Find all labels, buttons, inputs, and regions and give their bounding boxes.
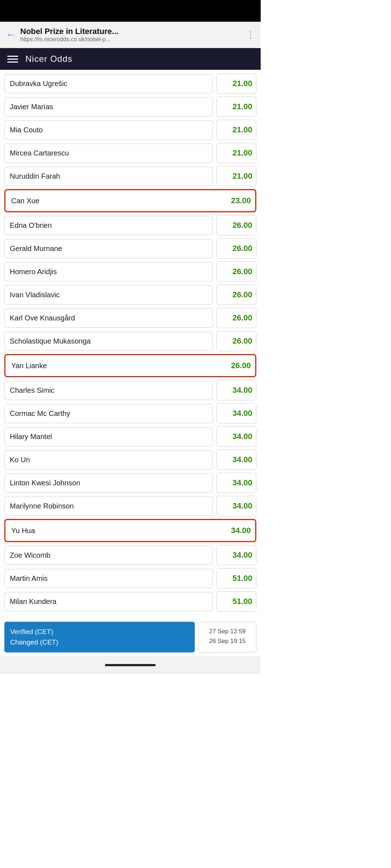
odds-row[interactable]: Javier Marías21.00 xyxy=(4,97,256,117)
odds-name: Zoe Wicomb xyxy=(4,546,213,565)
odds-name: Charles Simic xyxy=(4,381,213,400)
browser-title-block: Nobel Prize in Literature... https://m.n… xyxy=(20,27,242,43)
odds-name: Marilynne Robinson xyxy=(4,497,213,516)
odds-row[interactable]: Marilynne Robinson34.00 xyxy=(4,496,256,516)
odds-row[interactable]: Zoe Wicomb34.00 xyxy=(4,545,256,565)
browser-header: ← Nobel Prize in Literature... https://m… xyxy=(0,22,261,48)
odds-list: Dubravka Ugrešic21.00Javier Marías21.00M… xyxy=(0,70,261,618)
odds-value[interactable]: 23.00 xyxy=(215,191,255,210)
odds-name: Cormac Mc Carthy xyxy=(4,404,213,423)
odds-name: Martin Amis xyxy=(4,569,213,588)
odds-name: Homero Aridjis xyxy=(4,262,213,281)
footer-dates-block: 27 Sep 12:59 26 Sep 19:15 xyxy=(198,622,256,652)
odds-value[interactable]: 21.00 xyxy=(216,73,256,94)
odds-value[interactable]: 34.00 xyxy=(216,545,256,565)
odds-row[interactable]: Charles Simic34.00 xyxy=(4,380,256,400)
odds-value[interactable]: 34.00 xyxy=(216,496,256,516)
odds-name: Karl Ove Knausgård xyxy=(4,309,213,328)
footer-row: Verified (CET) Changed (CET) 27 Sep 12:5… xyxy=(4,622,256,652)
odds-name: Milan Kundera xyxy=(4,592,213,611)
odds-value[interactable]: 34.00 xyxy=(216,403,256,424)
odds-name: Scholastique Mukasonga xyxy=(4,332,213,351)
odds-value[interactable]: 51.00 xyxy=(216,591,256,612)
odds-name: Edna O'brien xyxy=(4,216,213,235)
odds-name: Yu Hua xyxy=(6,522,211,540)
odds-value[interactable]: 21.00 xyxy=(216,97,256,117)
odds-value[interactable]: 34.00 xyxy=(216,380,256,400)
odds-value[interactable]: 26.00 xyxy=(215,356,255,375)
odds-value[interactable]: 21.00 xyxy=(216,120,256,140)
odds-row[interactable]: Yu Hua34.00 xyxy=(4,519,256,542)
odds-row[interactable]: Scholastique Mukasonga26.00 xyxy=(4,331,256,351)
odds-row[interactable]: Hilary Mantel34.00 xyxy=(4,426,256,447)
odds-value[interactable]: 21.00 xyxy=(216,166,256,186)
odds-name: Dubravka Ugrešic xyxy=(4,74,213,93)
home-indicator-bar xyxy=(105,664,156,666)
odds-row[interactable]: Karl Ove Knausgård26.00 xyxy=(4,308,256,328)
footer-verified-block: Verified (CET) Changed (CET) xyxy=(4,622,195,652)
odds-value[interactable]: 26.00 xyxy=(216,215,256,235)
odds-row[interactable]: Homero Aridjis26.00 xyxy=(4,261,256,282)
odds-row[interactable]: Milan Kundera51.00 xyxy=(4,591,256,612)
odds-value[interactable]: 21.00 xyxy=(216,143,256,163)
changed-label: Changed (CET) xyxy=(10,637,189,648)
odds-row[interactable]: Martin Amis51.00 xyxy=(4,568,256,588)
odds-row[interactable]: Yan Lianke26.00 xyxy=(4,354,256,377)
odds-value[interactable]: 26.00 xyxy=(216,261,256,282)
odds-value[interactable]: 34.00 xyxy=(216,426,256,447)
odds-row[interactable]: Gerald Murnane26.00 xyxy=(4,238,256,259)
odds-row[interactable]: Can Xue23.00 xyxy=(4,189,256,212)
browser-page-title: Nobel Prize in Literature... xyxy=(20,27,242,36)
footer-date1: 27 Sep 12:59 xyxy=(202,626,252,636)
odds-value[interactable]: 26.00 xyxy=(216,285,256,305)
odds-row[interactable]: Edna O'brien26.00 xyxy=(4,215,256,235)
odds-value[interactable]: 51.00 xyxy=(216,568,256,588)
odds-value[interactable]: 26.00 xyxy=(216,331,256,351)
odds-name: Javier Marías xyxy=(4,97,213,116)
odds-value[interactable]: 26.00 xyxy=(216,238,256,259)
odds-row[interactable]: Ko Un34.00 xyxy=(4,450,256,470)
odds-row[interactable]: Mircea Cartarescu21.00 xyxy=(4,143,256,163)
status-bar xyxy=(0,0,261,22)
odds-value[interactable]: 34.00 xyxy=(216,473,256,493)
odds-row[interactable]: Mia Couto21.00 xyxy=(4,120,256,140)
footer-date2: 26 Sep 19:15 xyxy=(202,636,252,646)
odds-name: Ko Un xyxy=(4,450,213,469)
odds-name: Mircea Cartarescu xyxy=(4,144,213,163)
browser-url: https://m.nicerodds.co.uk/nobel-p... xyxy=(20,36,242,43)
odds-name: Nuruddin Farah xyxy=(4,167,213,186)
odds-row[interactable]: Cormac Mc Carthy34.00 xyxy=(4,403,256,424)
odds-row[interactable]: Ivan Vladislavic26.00 xyxy=(4,285,256,305)
odds-row[interactable]: Nuruddin Farah21.00 xyxy=(4,166,256,186)
odds-name: Hilary Mantel xyxy=(4,427,213,446)
odds-value[interactable]: 34.00 xyxy=(216,450,256,470)
odds-row[interactable]: Linton Kwesi Johnson34.00 xyxy=(4,473,256,493)
odds-name: Yan Lianke xyxy=(6,357,211,375)
odds-name: Linton Kwesi Johnson xyxy=(4,473,213,493)
verified-label: Verified (CET) xyxy=(10,627,189,637)
back-button[interactable]: ← xyxy=(6,30,16,40)
odds-name: Ivan Vladislavic xyxy=(4,285,213,305)
more-options-button[interactable]: ⋮ xyxy=(246,30,255,40)
hamburger-menu-button[interactable] xyxy=(7,56,18,63)
odds-value[interactable]: 26.00 xyxy=(216,308,256,328)
odds-name: Can Xue xyxy=(6,192,211,210)
app-navbar: Nicer Odds xyxy=(0,48,261,70)
odds-name: Mia Couto xyxy=(4,120,213,140)
home-indicator xyxy=(0,656,261,674)
odds-row[interactable]: Dubravka Ugrešic21.00 xyxy=(4,73,256,94)
app-title: Nicer Odds xyxy=(25,54,72,64)
odds-name: Gerald Murnane xyxy=(4,239,213,258)
odds-value[interactable]: 34.00 xyxy=(215,521,255,540)
